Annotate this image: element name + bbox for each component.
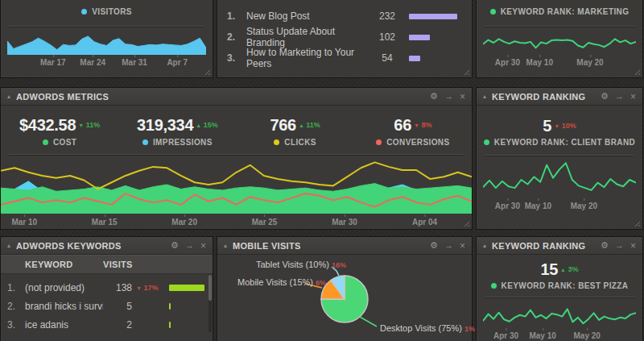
item-label: Status Update About Branding (246, 26, 365, 48)
list-item: 1. New Blog Post 232 (217, 6, 472, 27)
collapse-icon[interactable]: ▴ (7, 94, 10, 100)
item-label: New Blog Post (246, 10, 365, 22)
popout-arrow-icon[interactable]: → (444, 241, 453, 250)
gear-icon[interactable]: ⚙ (601, 241, 609, 250)
axis-tick-label: Mar 30 (332, 218, 357, 227)
item-bar (409, 14, 457, 19)
axis-tick-label: May 10 (529, 331, 555, 340)
row-keyword: brandi hicks i survived (25, 301, 103, 312)
collapse-icon[interactable]: ▴ (7, 243, 10, 249)
trend-arrow-icon: ▲ (299, 123, 304, 128)
x-axis: Mar 10Mar 15Mar 20Mar 25Mar 30Apr 04 (1, 216, 472, 227)
item-bar (409, 56, 420, 61)
axis-tick-label: May 10 (525, 202, 551, 210)
close-icon[interactable]: × (630, 241, 636, 251)
legend-dot (490, 9, 496, 15)
popout-arrow-icon[interactable]: → (185, 241, 194, 250)
marketing-chart: Apr 30May 10May 20 (483, 31, 636, 55)
stat-best-pizza-rank: 15▲ 3% KEYWORD RANK: BEST PIZZA (477, 260, 642, 290)
row-keyword: (not provided) (25, 282, 103, 293)
popout-arrow-icon[interactable]: → (444, 92, 453, 101)
collapse-icon[interactable]: ▴ (483, 243, 486, 249)
axis-tick-label: May 10 (526, 58, 553, 67)
axis-tick-label: Apr 30 (495, 58, 520, 67)
x-axis: Apr 30May 10May 20 (483, 56, 636, 68)
widget-header[interactable]: ▴ ADWORDS METRICS ⚙ → × (1, 88, 472, 106)
axis-tick-label: Mar 25 (252, 218, 278, 227)
divider (9, 26, 204, 27)
legend-dot (43, 139, 48, 145)
axis-tick-label: Apr 7 (167, 58, 188, 67)
popout-arrow-icon[interactable]: → (615, 92, 624, 101)
gear-icon[interactable]: ⚙ (430, 241, 438, 250)
legend-dot (376, 139, 382, 145)
widget-header[interactable]: ▴ KEYWORD RANKING ⚙ → × (477, 88, 642, 106)
popout-arrow-icon[interactable]: → (615, 241, 624, 250)
widget-mobile-visits: ▴ MOBILE VISITS ⚙ → × Tablet Visits (10%… (217, 236, 473, 341)
scrollbar[interactable] (208, 275, 212, 332)
gear-icon[interactable]: ⚙ (430, 92, 438, 101)
close-icon[interactable]: × (460, 92, 465, 102)
collapse-icon[interactable]: ▴ (483, 94, 486, 100)
resize-handle[interactable] (633, 219, 640, 227)
widget-keyword-ranking-best-pizza: ▴ KEYWORD RANKING ⚙ → × 15▲ 3% KEYWORD R… (476, 236, 643, 341)
row-visits: 138 (103, 282, 132, 293)
widget-title: ADWORDS METRICS (16, 92, 109, 102)
x-axis: Apr 30May 10May 20 (483, 200, 636, 211)
item-value: 54 (365, 52, 409, 64)
item-rank: 3. (227, 52, 246, 64)
best-pizza-chart: Apr 30May 10May 20 (483, 303, 636, 329)
trend-pct: 17% (143, 284, 158, 292)
stat-value: $432.58 (19, 116, 76, 134)
widget-header[interactable]: ▴ MOBILE VISITS ⚙ → × (217, 237, 472, 255)
column-header-visits: VISITS (103, 260, 133, 269)
trend-arrow-icon: ▲ (560, 267, 566, 272)
close-icon[interactable]: × (200, 241, 206, 251)
divider (485, 26, 634, 27)
stat-impressions: 319,334▲ 15% IMPRESSIONS (118, 116, 236, 147)
legend-dot (142, 139, 148, 145)
axis-tick-label: Mar 17 (40, 58, 66, 67)
close-icon[interactable]: × (460, 241, 465, 251)
table-row: 2. brandi hicks i survived 5 (1, 297, 213, 315)
trend-pct: 10% (562, 122, 576, 130)
legend-dot (274, 139, 279, 145)
widget-visitors: VISITORS Mar 17Mar 24Mar 31Apr 7 (0, 0, 213, 78)
list-item: 2. Status Update About Branding 102 (217, 27, 472, 48)
stat-conversions: 66▼ 8% CONVERSIONS (354, 116, 472, 147)
table-row: 3. ice adanis 2 (1, 315, 213, 334)
row-rank: 1. (7, 282, 25, 293)
stat-value: 15 (540, 260, 558, 278)
scrollbar-thumb[interactable] (208, 275, 212, 301)
axis-tick-label: Mar 24 (80, 58, 105, 67)
item-rank: 1. (227, 10, 246, 22)
stat-client-brand-rank: 5▼ 10% KEYWORD RANK: CLIENT BRAND (477, 117, 642, 147)
collapse-icon[interactable]: ▴ (224, 243, 227, 249)
pie-label-desktop: Desktop Visits (75%)1% (380, 323, 475, 333)
resize-handle[interactable] (203, 68, 210, 75)
legend-label: VISITORS (92, 7, 132, 16)
legend-visitors: VISITORS (1, 6, 213, 17)
gear-icon[interactable]: ⚙ (601, 92, 609, 101)
item-value: 232 (365, 10, 409, 22)
close-icon[interactable]: × (630, 92, 636, 102)
stat-value: 319,334 (137, 116, 193, 134)
widget-title: ADWORDS KEYWORDS (16, 241, 122, 251)
axis-tick-label: May 20 (571, 202, 597, 210)
widget-adwords-keywords: ▴ ADWORDS KEYWORDS ⚙ → × KEYWORD VISITS … (0, 236, 213, 341)
stat-cost: $432.58▼ 11% COST (1, 116, 118, 147)
trend-arrow-icon: ▼ (78, 123, 84, 128)
trend-arrow-icon: ▼ (554, 123, 559, 129)
stat-label: CONVERSIONS (386, 138, 449, 147)
widget-header[interactable]: ▴ KEYWORD RANKING ⚙ → × (477, 237, 642, 255)
widget-header[interactable]: ▴ ADWORDS KEYWORDS ⚙ → × (1, 237, 213, 255)
row-bar (169, 322, 171, 328)
table-header: KEYWORD VISITS (1, 255, 213, 274)
trend-arrow-icon: ▼ (414, 123, 419, 128)
gear-icon[interactable]: ⚙ (171, 241, 179, 250)
resize-handle[interactable] (462, 68, 469, 75)
pie-label-tablet: Tablet Visits (10%)16% (256, 260, 346, 269)
axis-tick-label: Apr 30 (493, 331, 518, 340)
resize-handle[interactable] (633, 68, 640, 75)
stat-clicks: 766▲ 11% CLICKS (237, 116, 354, 147)
